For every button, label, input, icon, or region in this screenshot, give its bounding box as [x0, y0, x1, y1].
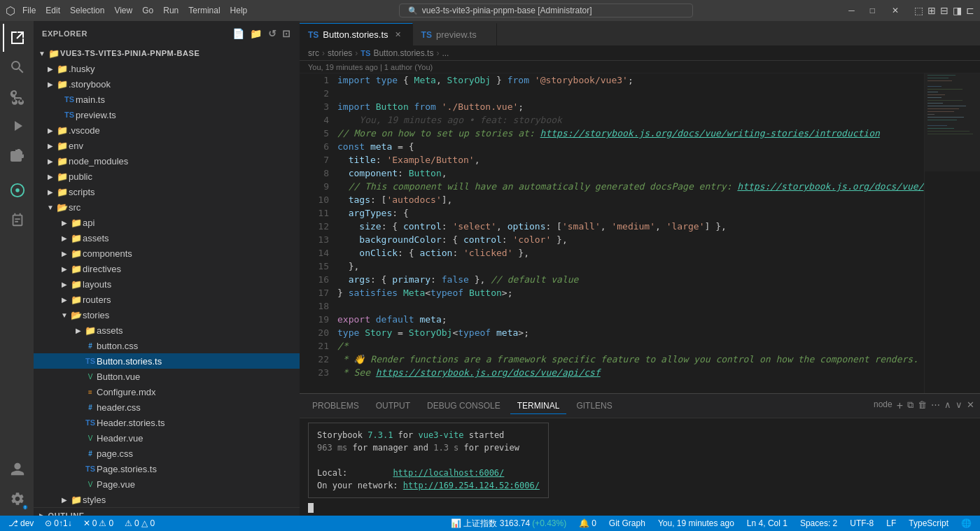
explorer-icon[interactable]	[3, 24, 31, 52]
panel-split-terminal[interactable]: ⧉	[907, 399, 913, 412]
tree-item-env[interactable]: ▶ 📁 env	[34, 138, 300, 153]
search-input[interactable]	[422, 6, 684, 15]
account-icon[interactable]	[3, 455, 31, 483]
tree-item-pagevue[interactable]: V Page.vue	[34, 476, 300, 492]
status-blame[interactable]: You, 19 minutes ago	[655, 516, 737, 531]
tree-item-stories[interactable]: ▼ 📂 stories	[34, 307, 300, 323]
tree-item-layouts[interactable]: ▶ 📁 layouts	[34, 276, 300, 292]
panel-trash-icon[interactable]: 🗑	[918, 399, 927, 412]
breadcrumb-file[interactable]: Button.stories.ts	[373, 48, 433, 58]
run-debug-icon[interactable]	[3, 112, 31, 140]
tree-item-public[interactable]: ▶ 📁 public	[34, 169, 300, 184]
tab-gitlens[interactable]: GITLENS	[569, 398, 619, 414]
menu-view[interactable]: View	[114, 6, 132, 15]
status-spaces[interactable]: Spaces: 2	[797, 516, 840, 531]
tree-item-headerstories[interactable]: TS Header.stories.ts	[34, 415, 300, 430]
tab-debug[interactable]: DEBUG CONSOLE	[420, 398, 507, 414]
status-cursor[interactable]: Ln 4, Col 1	[744, 516, 790, 531]
tab-output[interactable]: OUTPUT	[369, 398, 417, 414]
menu-go[interactable]: Go	[142, 6, 153, 15]
tree-item-husky[interactable]: ▶ 📁 .husky	[34, 61, 300, 76]
outline-header[interactable]: ▶ OUTLINE	[34, 508, 300, 516]
extensions-icon[interactable]	[3, 141, 31, 169]
status-stockindex[interactable]: 📊 上证指数 3163.74 (+0.43%)	[448, 516, 569, 531]
status-remote[interactable]: 🌐	[958, 516, 974, 531]
terminal-content[interactable]: Storybook 7.3.1 for vue3-vite started 96…	[300, 418, 980, 516]
icon-btn-1[interactable]: ⬚	[914, 5, 923, 16]
panel-chevron-down[interactable]: ∨	[955, 399, 962, 412]
panel-more-icon[interactable]: ⋯	[931, 399, 940, 412]
status-gitgraph[interactable]: Git Graph	[606, 516, 648, 531]
status-notification[interactable]: 🔔 0	[576, 516, 599, 531]
tree-item-headercss[interactable]: # header.css	[34, 399, 300, 415]
settings-icon[interactable]: !	[3, 485, 31, 513]
network-url[interactable]: http://169.254.124.52:6006/	[403, 481, 540, 490]
status-language[interactable]: TypeScript	[906, 516, 951, 531]
status-errors[interactable]: ✕ 0 ⚠ 0	[80, 516, 116, 531]
tree-item-routers[interactable]: ▶ 📁 routers	[34, 292, 300, 307]
search-bar[interactable]: 🔍	[399, 3, 693, 17]
breadcrumb-symbol[interactable]: ...	[442, 48, 449, 58]
test-icon[interactable]	[3, 206, 31, 234]
code-editor[interactable]: 12345 678910 1112131415 1617181920 21222…	[300, 73, 924, 393]
status-branch[interactable]: ⎇ dev	[6, 516, 36, 531]
tab-buttonstories[interactable]: TS Button.stories.ts ✕	[300, 23, 413, 45]
status-encoding[interactable]: UTF-8	[847, 516, 876, 531]
tab-preview[interactable]: TS preview.ts	[413, 23, 497, 45]
tree-item-headervue[interactable]: V Header.vue	[34, 430, 300, 446]
icon-btn-3[interactable]: ⊟	[940, 5, 948, 16]
refresh-icon[interactable]: ↺	[268, 28, 277, 39]
tree-item-buttonstories[interactable]: TS Button.stories.ts	[34, 353, 300, 369]
icon-btn-4[interactable]: ◨	[953, 5, 962, 16]
tree-item-vscode[interactable]: ▶ 📁 .vscode	[34, 122, 300, 138]
tab-close-btn[interactable]: ✕	[393, 29, 404, 41]
new-file-icon[interactable]: 📄	[232, 28, 245, 39]
tree-item-api[interactable]: ▶ 📁 api	[34, 215, 300, 230]
code-content[interactable]: import type { Meta, StoryObj } from '@st…	[335, 73, 924, 393]
tree-item-storybook[interactable]: ▶ 📁 .storybook	[34, 76, 300, 92]
tree-item-assets[interactable]: ▶ 📁 assets	[34, 230, 300, 246]
search-icon-activity[interactable]	[3, 53, 31, 81]
tree-item-components[interactable]: ▶ 📁 components	[34, 246, 300, 261]
status-eol[interactable]: LF	[883, 516, 899, 531]
tree-item-maints[interactable]: TS main.ts	[34, 92, 300, 107]
menu-terminal[interactable]: Terminal	[188, 6, 220, 15]
root-folder[interactable]: ▼ 📁 VUE3-TS-VITE3-PINIA-PNPM-BASE	[34, 45, 300, 61]
maximize-btn[interactable]: □	[866, 4, 879, 17]
minimize-btn[interactable]: ─	[844, 4, 859, 17]
collapse-icon[interactable]: ⊡	[282, 28, 291, 39]
breadcrumb-stories[interactable]: stories	[328, 48, 352, 58]
tree-item-buttonvue[interactable]: V Button.vue	[34, 369, 300, 384]
local-url[interactable]: http://localhost:6006/	[393, 468, 504, 478]
icon-btn-2[interactable]: ⊞	[927, 5, 936, 16]
tree-item-buttoncss[interactable]: # button.css	[34, 338, 300, 353]
menu-selection[interactable]: Selection	[70, 6, 104, 15]
tree-item-pagecss[interactable]: # page.css	[34, 446, 300, 461]
tree-item-nodemodules[interactable]: ▶ 📁 node_modules	[34, 153, 300, 169]
tab-problems[interactable]: PROBLEMS	[305, 398, 366, 414]
tab-terminal[interactable]: TERMINAL	[510, 398, 567, 414]
tree-item-configuremdx[interactable]: ≡ Configure.mdx	[34, 384, 300, 399]
panel-close-icon[interactable]: ✕	[967, 399, 974, 412]
panel-chevron-up[interactable]: ∧	[944, 399, 951, 412]
panel-add-terminal[interactable]: +	[897, 399, 903, 412]
new-folder-icon[interactable]: 📁	[250, 28, 262, 39]
status-info[interactable]: ⚠ 0 △ 0	[122, 516, 158, 531]
menu-edit[interactable]: Edit	[46, 6, 60, 15]
tree-item-previewts[interactable]: TS preview.ts	[34, 107, 300, 122]
icon-btn-5[interactable]: ⊏	[966, 5, 974, 16]
tree-item-pagestories[interactable]: TS Page.stories.ts	[34, 461, 300, 476]
menu-help[interactable]: Help	[230, 6, 248, 15]
status-sync[interactable]: ⊙ 0↑1↓	[42, 516, 74, 531]
breadcrumb-src[interactable]: src	[308, 48, 319, 58]
menu-file[interactable]: File	[22, 6, 36, 15]
close-btn[interactable]: ✕	[886, 4, 904, 17]
tree-item-stories-assets[interactable]: ▶ 📁 assets	[34, 323, 300, 338]
source-control-icon[interactable]	[3, 83, 31, 111]
remote-icon[interactable]	[3, 176, 31, 204]
tree-item-src[interactable]: ▼ 📂 src	[34, 199, 300, 215]
menu-run[interactable]: Run	[163, 6, 178, 15]
tree-item-styles[interactable]: ▶ 📁 styles	[34, 492, 300, 507]
tree-item-directives[interactable]: ▶ 📁 directives	[34, 261, 300, 276]
tree-item-scripts[interactable]: ▶ 📁 scripts	[34, 184, 300, 199]
